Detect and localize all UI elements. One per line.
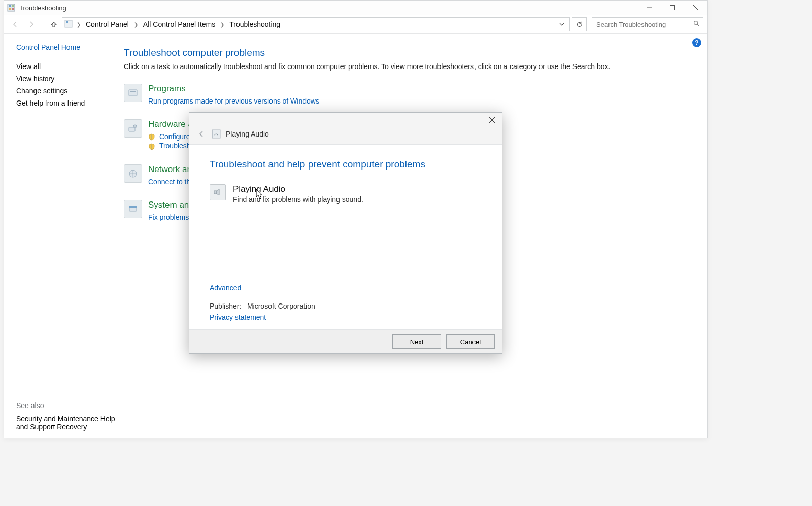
sidebar-item-get-help[interactable]: Get help from a friend	[16, 99, 109, 107]
cancel-button[interactable]: Cancel	[446, 334, 495, 349]
breadcrumb-control-panel[interactable]: Control Panel	[84, 18, 131, 31]
svg-rect-4	[12, 8, 14, 10]
page-subtext: Click on a task to automatically trouble…	[124, 62, 690, 71]
breadcrumb-all-items[interactable]: All Control Panel Items	[141, 18, 217, 31]
svg-rect-23	[214, 191, 217, 194]
hardware-icon	[124, 119, 142, 138]
search-icon	[693, 20, 700, 28]
minimize-button[interactable]	[637, 1, 661, 15]
svg-rect-10	[66, 21, 68, 23]
svg-rect-14	[130, 91, 136, 92]
troubleshooter-icon	[212, 129, 221, 139]
see-also-title: See also	[16, 401, 118, 410]
programs-icon	[124, 84, 142, 102]
see-also-recovery[interactable]: Recovery	[57, 423, 87, 431]
sidebar: Control Panel Home View all View history…	[4, 34, 117, 438]
publisher-line: Publisher: Microsoft Corporation	[210, 302, 315, 310]
modal-body: Troubleshoot and help prevent computer p…	[189, 144, 502, 330]
app-icon	[7, 4, 15, 12]
see-also-security[interactable]: Security and Maintenance	[16, 415, 98, 423]
playing-audio-icon	[210, 184, 226, 200]
address-bar[interactable]: ❯ Control Panel ❯ All Control Panel Item…	[62, 17, 570, 31]
breadcrumb-troubleshooting[interactable]: Troubleshooting	[227, 18, 282, 31]
address-dropdown-button[interactable]	[556, 18, 567, 31]
privacy-link[interactable]: Privacy statement	[210, 313, 266, 321]
modal-meta: Advanced Publisher: Microsoft Corporatio…	[210, 284, 315, 321]
network-icon	[124, 164, 142, 183]
chevron-right-icon: ❯	[219, 22, 225, 27]
chevron-right-icon: ❯	[133, 22, 139, 27]
svg-rect-3	[9, 8, 11, 10]
modal-header: Playing Audio	[189, 129, 502, 144]
svg-rect-2	[12, 5, 14, 7]
navbar: ❯ Control Panel ❯ All Control Panel Item…	[4, 15, 707, 34]
sidebar-item-view-history[interactable]: View history	[16, 75, 109, 83]
sidebar-item-view-all[interactable]: View all	[16, 62, 109, 71]
troubleshooter-wizard: Playing Audio Troubleshoot and help prev…	[189, 112, 502, 354]
svg-rect-1	[9, 5, 11, 7]
modal-footer: Next Cancel	[189, 330, 502, 353]
svg-point-11	[694, 21, 698, 25]
search-box[interactable]	[592, 17, 703, 31]
troubleshooter-item: Playing Audio Find and fix problems with…	[210, 184, 482, 204]
refresh-button[interactable]	[572, 17, 587, 31]
modal-titlebar	[189, 113, 502, 129]
address-bar-icon	[64, 20, 74, 29]
maximize-button[interactable]	[661, 1, 684, 15]
troubleshooter-item-title: Playing Audio	[233, 184, 363, 194]
svg-line-12	[697, 24, 699, 26]
publisher-value: Microsoft Corporation	[247, 302, 315, 310]
svg-rect-15	[129, 127, 135, 131]
page-title: Troubleshoot computer problems	[124, 47, 690, 58]
close-button[interactable]	[684, 1, 707, 15]
publisher-label: Publisher:	[210, 302, 241, 310]
shield-icon	[148, 143, 155, 150]
titlebar: Troubleshooting	[4, 1, 707, 15]
advanced-link[interactable]: Advanced	[210, 284, 241, 292]
svg-rect-6	[670, 6, 675, 10]
nav-up-button[interactable]	[48, 17, 60, 31]
modal-back-button[interactable]	[196, 129, 207, 139]
modal-close-button[interactable]	[482, 113, 502, 127]
troubleshooter-item-desc: Find and fix problems with playing sound…	[233, 195, 363, 204]
svg-point-16	[133, 125, 137, 128]
category-programs: Programs Run programs made for previous …	[124, 84, 690, 105]
modal-heading: Troubleshoot and help prevent computer p…	[210, 159, 482, 170]
nav-forward-button[interactable]	[24, 17, 39, 31]
sidebar-item-change-settings[interactable]: Change settings	[16, 87, 109, 95]
chevron-right-icon: ❯	[76, 22, 82, 27]
search-input[interactable]	[595, 20, 693, 29]
system-icon	[124, 200, 142, 218]
see-also: See also Security and Maintenance Help a…	[16, 401, 118, 431]
window-title: Troubleshooting	[19, 4, 66, 12]
next-button[interactable]: Next	[392, 334, 441, 349]
category-title-programs[interactable]: Programs	[148, 84, 326, 94]
modal-breadcrumb: Playing Audio	[226, 130, 269, 138]
shield-icon	[148, 133, 155, 141]
svg-rect-19	[129, 206, 137, 208]
task-run-previous-versions[interactable]: Run programs made for previous versions …	[148, 97, 319, 105]
control-panel-home-link[interactable]: Control Panel Home	[16, 43, 109, 51]
nav-back-button[interactable]	[8, 17, 22, 31]
svg-rect-13	[129, 90, 137, 96]
